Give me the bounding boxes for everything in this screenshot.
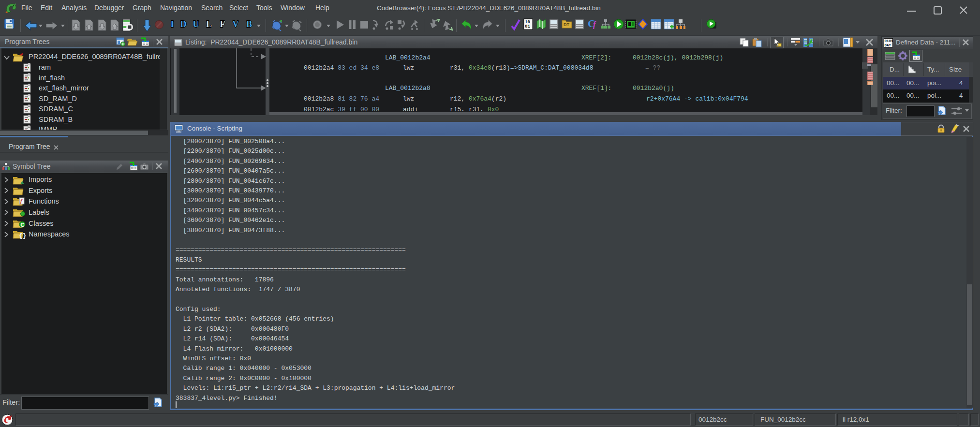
svg-text:DAT: DAT [885,44,891,47]
svg-text:DT: DT [564,22,569,27]
svg-text:01: 01 [525,24,530,29]
svg-text:C: C [21,222,25,228]
svg-text:0101: 0101 [885,39,893,43]
svg-text:{}: {} [19,232,26,239]
